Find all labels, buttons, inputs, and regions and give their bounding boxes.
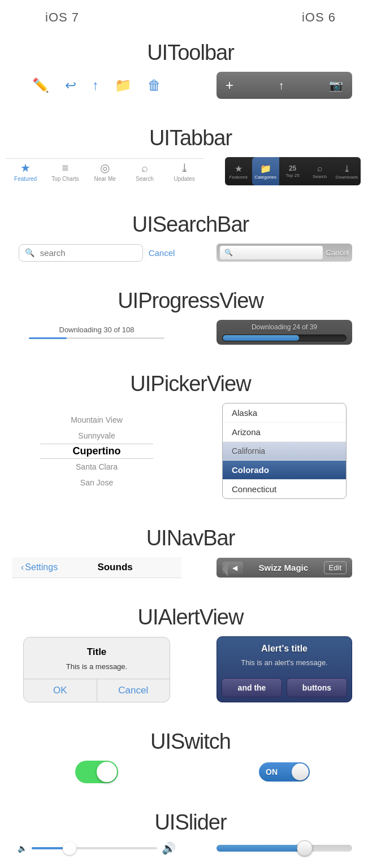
tab6-categories[interactable]: 📁 Categories — [252, 157, 279, 185]
tab6-downloads[interactable]: ⤓ Downloads — [334, 157, 361, 185]
switch-ios6-wrapper: ON — [193, 762, 375, 782]
picker-ios7-selected[interactable]: Cupertino — [40, 444, 153, 459]
uiprogressview-section: UIProgressView Downloading 30 of 108 Dow… — [0, 279, 381, 362]
volume-low-icon: 🔈 — [18, 844, 27, 853]
picker-ios6-item-3[interactable]: California — [223, 442, 346, 461]
tabbar-ios7: ★ Featured ≡ Top Charts ◎ Near Me ⌕ Sear… — [6, 158, 204, 184]
uisearchbar-title: UISearchBar — [0, 202, 381, 244]
tab-topcharts[interactable]: ≡ Top Charts — [45, 162, 85, 182]
uisearchbar-section: UISearchBar 🔍 Cancel 🔍 Cancel — [0, 202, 381, 279]
navbar-edit-ios6[interactable]: Edit — [324, 561, 347, 574]
tab-featured[interactable]: ★ Featured — [6, 161, 45, 182]
picker-ios6-item-1[interactable]: Alaska — [223, 403, 346, 423]
tab-nearme-label: Near Me — [94, 176, 115, 182]
searchbar-ios7[interactable]: 🔍 — [19, 244, 143, 262]
tab6-top25[interactable]: 25 Top 25 — [279, 157, 306, 185]
navbar-back-ios7[interactable]: ‹ Settings — [21, 562, 58, 572]
slider-ios6-track[interactable] — [217, 845, 352, 852]
uiprogressview-row: Downloading 30 of 108 Downloading 24 of … — [0, 320, 381, 356]
alert-ios7-ok[interactable]: OK — [24, 679, 97, 702]
trash-icon[interactable]: 🗑 — [148, 77, 161, 93]
progress-ios7-label: Downloading 30 of 108 — [29, 326, 164, 334]
volume-high-icon: 🔊 — [162, 841, 176, 855]
progress-ios6-label: Downloading 24 of 39 — [222, 323, 347, 331]
picker-ios6-item-4[interactable]: Colorado — [223, 461, 346, 480]
tab6-featured[interactable]: ★ Featured — [225, 157, 252, 185]
progress-ios6-wrapper: Downloading 24 of 39 — [193, 320, 375, 345]
progress-ios7: Downloading 30 of 108 — [29, 326, 164, 339]
navbar-title-ios7: Sounds — [58, 562, 172, 573]
picker-ios7: Mountain View Sunnyvale Cupertino Santa … — [40, 412, 153, 491]
uitabbar-row: ★ Featured ≡ Top Charts ◎ Near Me ⌕ Sear… — [0, 157, 381, 197]
navbar-ios6-wrapper: ◀ Swizz Magic Edit — [193, 558, 375, 578]
search-icon-ios6: ⌕ — [317, 163, 323, 173]
slider-ios7-wrapper: 🔈 🔊 — [6, 841, 188, 855]
plus-icon[interactable]: + — [226, 77, 233, 93]
slider-ios7-track[interactable] — [32, 847, 157, 849]
alert-ios7-title: Title — [24, 637, 170, 660]
star-icon: ★ — [20, 161, 31, 175]
ios7-label: iOS 7 — [45, 10, 79, 25]
progress-ios7-wrapper: Downloading 30 of 108 — [6, 326, 188, 339]
share-icon[interactable]: ↑ — [92, 77, 99, 93]
alert-ios7-wrapper: Title This is a message. OK Cancel — [6, 636, 188, 702]
navbar-back-ios6[interactable]: ◀ — [222, 562, 243, 574]
star-icon-ios6: ★ — [235, 163, 243, 174]
searchbar-ios6: 🔍 Cancel — [217, 244, 352, 262]
edit-icon[interactable]: ✏️ — [32, 77, 49, 93]
tab-search-label: Search — [136, 176, 154, 182]
uitoolbar-title: UIToolbar — [0, 31, 381, 72]
searchbar-ios6-inner[interactable]: 🔍 — [220, 246, 323, 259]
uisearchbar-row: 🔍 Cancel 🔍 Cancel — [0, 244, 381, 273]
uipickerview-row: Mountain View Sunnyvale Cupertino Santa … — [0, 403, 381, 510]
alert-ios6-btn1[interactable]: and the — [222, 678, 282, 697]
picker-ios7-item-1: Mountain View — [40, 412, 153, 428]
search-cancel-ios6[interactable]: Cancel — [326, 249, 349, 257]
toolbar-ios6: + ↑ 📷 — [193, 72, 375, 99]
slider-ios6-wrapper — [193, 845, 375, 852]
uislider-section: UISlider 🔈 🔊 — [0, 800, 381, 868]
tab-updates-label: Updates — [174, 176, 195, 182]
toolbar-ios6-bar: + ↑ 📷 — [217, 72, 352, 99]
picker-ios6[interactable]: Alaska Arizona California Colorado Conne… — [222, 403, 347, 499]
search-input-ios7[interactable] — [40, 248, 114, 258]
uipickerview-section: UIPickerView Mountain View Sunnyvale Cup… — [0, 362, 381, 516]
picker-ios6-item-5[interactable]: Connecticut — [223, 480, 346, 498]
alert-ios7-buttons: OK Cancel — [24, 679, 170, 702]
slider-ios6 — [217, 845, 352, 852]
slider-ios7-thumb[interactable] — [63, 841, 76, 855]
progress-ios6: Downloading 24 of 39 — [217, 320, 352, 345]
uiswitch-title: UISwitch — [0, 719, 381, 761]
uinavbar-row: ‹ Settings Sounds ◀ Swizz Magic Edit — [0, 557, 381, 589]
switch-ios6[interactable]: ON — [259, 762, 310, 782]
slider-ios6-thumb[interactable] — [297, 840, 313, 856]
tab-search[interactable]: ⌕ Search — [125, 162, 164, 182]
uitoolbar-row: ✏️ ↩ ↑ 📁 🗑 + ↑ 📷 — [0, 72, 381, 110]
share-icon-ios6[interactable]: ↑ — [279, 79, 284, 92]
camera-icon[interactable]: 📷 — [329, 79, 343, 92]
folder-icon[interactable]: 📁 — [115, 77, 132, 93]
tab-nearme[interactable]: ◎ Near Me — [85, 161, 125, 182]
uinavbar-title: UINavBar — [0, 516, 381, 557]
location-icon: ◎ — [100, 161, 110, 175]
switch-ios7[interactable] — [75, 761, 118, 783]
uialertview-title: UIAlertView — [0, 595, 381, 636]
tab6-categories-label: Categories — [254, 175, 276, 180]
uiprogressview-title: UIProgressView — [0, 279, 381, 320]
tab6-search[interactable]: ⌕ Search — [306, 157, 334, 185]
switch-ios7-wrapper — [6, 761, 188, 783]
chevron-left-icon: ‹ — [21, 562, 24, 572]
alert-ios6-wrapper: Alert's title This is an alert's message… — [193, 636, 375, 702]
undo-icon[interactable]: ↩ — [65, 77, 76, 93]
toolbar-ios7: ✏️ ↩ ↑ 📁 🗑 — [6, 72, 188, 99]
search-icon-ios6-inner: 🔍 — [224, 249, 233, 257]
tabbar-ios6: ★ Featured 📁 Categories 25 Top 25 ⌕ Sear… — [210, 157, 375, 185]
alert-ios6-btn2[interactable]: buttons — [287, 678, 347, 697]
alert-ios7-cancel[interactable]: Cancel — [97, 679, 170, 702]
uislider-row: 🔈 🔊 — [0, 841, 381, 866]
search-input-ios6[interactable] — [235, 248, 318, 257]
picker-ios6-item-2[interactable]: Arizona — [223, 423, 346, 442]
tab-updates[interactable]: ⤓ Updates — [164, 161, 204, 182]
tab6-top25-label: Top 25 — [286, 173, 300, 178]
search-cancel-ios7[interactable]: Cancel — [149, 248, 175, 258]
